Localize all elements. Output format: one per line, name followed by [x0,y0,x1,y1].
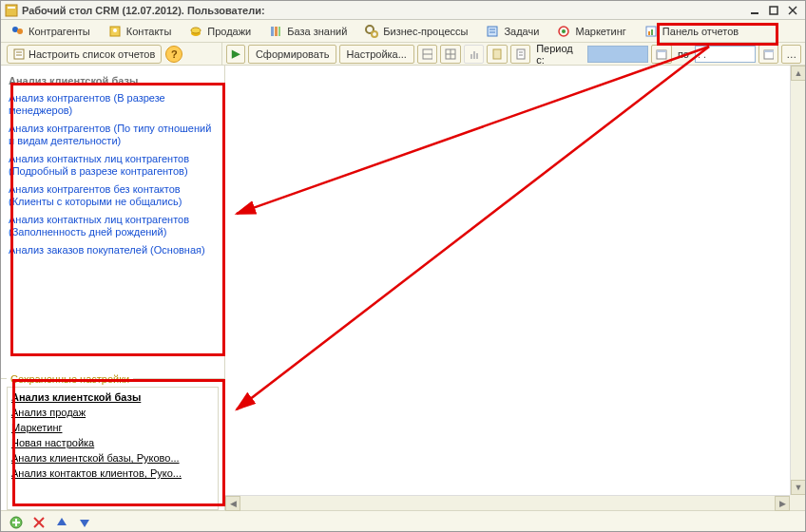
nav-label: Маркетинг [575,26,625,37]
saved-list[interactable]: Анализ клиентской базы Анализ продаж Мар… [7,387,219,510]
nav-label: Продажи [207,26,251,37]
contacts-icon [107,24,123,39]
report-list: Анализ клиентской базы Анализ контрагент… [1,66,224,378]
nav-tasks[interactable]: Задачи [478,22,546,41]
nav-label: Бизнес-процессы [383,26,468,37]
window-title: Рабочий стол CRM (12.07.2012). Пользоват… [22,5,744,16]
svg-rect-36 [493,49,501,59]
report-link[interactable]: Анализ контактных лиц контрагентов (Подр… [9,153,217,178]
scroll-up-icon[interactable]: ▲ [791,66,806,81]
svg-rect-41 [657,50,666,52]
coins-icon [188,24,203,39]
reports-section-title: Анализ клиентской базы [9,75,217,86]
close-button[interactable] [784,4,801,17]
report-link[interactable]: Анализ заказов покупателей (Основная) [9,244,217,256]
table-icon [445,48,456,60]
people-icon [10,24,25,39]
vertical-scrollbar[interactable]: ▲ ▼ [790,66,805,495]
add-button[interactable] [9,515,24,530]
nav-reports[interactable]: Панель отчетов [637,22,745,41]
svg-rect-12 [271,27,274,36]
horizontal-scrollbar[interactable]: ◀ ▶ [225,495,790,510]
svg-rect-13 [275,27,278,36]
move-up-button[interactable] [54,515,69,530]
svg-rect-14 [278,27,280,36]
toolbar-row: Настроить список отчетов ? ▶ Сформироват… [1,43,805,66]
bar-chart-icon [469,48,480,60]
nav-label: Панель отчетов [662,26,739,37]
nav-bizprocess[interactable]: Бизнес-процессы [357,22,474,41]
svg-rect-25 [14,49,24,59]
nav-contacts[interactable]: Контакты [101,22,179,41]
saved-item[interactable]: Анализ клиентской базы [10,390,216,405]
svg-rect-43 [764,50,774,52]
nav-label: Контакты [126,26,172,37]
svg-rect-33 [470,54,472,59]
doc-icon [491,48,503,60]
bottom-actions [1,510,805,532]
svg-rect-0 [6,5,17,16]
scroll-right-icon[interactable]: ▶ [775,496,790,511]
period-to-input[interactable] [695,46,756,63]
help-button[interactable]: ? [165,46,182,63]
configure-button-label: Настроить список отчетов [29,48,155,60]
tool-button-1[interactable] [417,45,438,64]
svg-point-16 [372,31,377,37]
chart-button[interactable] [464,45,485,64]
form-button[interactable]: Сформировать [248,45,336,64]
nav-knowledge[interactable]: База знаний [261,22,354,41]
period-to-label: по [678,48,689,60]
configure-reports-button[interactable]: Настроить список отчетов [7,45,162,64]
svg-rect-24 [651,29,653,35]
svg-point-11 [191,28,201,33]
nav-marketing[interactable]: Маркетинг [549,22,632,41]
report-link[interactable]: Анализ контрагентов (В разрезе менеджеро… [9,92,217,117]
report-link[interactable]: Анализ контрагентов без контактов (Клиен… [9,183,217,208]
main-navbar: Контрагенты Контакты Продажи База знаний… [1,20,805,43]
tool-button-2[interactable] [440,45,461,64]
period-to-picker[interactable] [758,45,779,64]
side-panel: Анализ клиентской базы Анализ контрагент… [1,66,225,510]
report-link[interactable]: Анализ контактных лиц контрагентов (Запо… [9,214,217,238]
period-from-input[interactable] [587,46,648,63]
gears-icon [364,24,379,39]
app-icon [5,4,18,17]
svg-rect-17 [488,27,497,36]
saved-item[interactable]: Анализ контактов клиентов, Руко... [10,466,216,481]
content-area: ▲ ▼ ◀ ▶ [225,66,805,510]
svg-point-9 [113,28,117,32]
period-extra-button[interactable]: … [781,45,801,64]
scroll-down-icon[interactable]: ▼ [791,480,806,495]
scroll-left-icon[interactable]: ◀ [225,496,240,511]
svg-rect-1 [8,7,15,9]
saved-item[interactable]: Маркетинг [10,420,216,435]
saved-item[interactable]: Новая настройка [10,435,216,450]
saved-item[interactable]: Анализ клиентской базы, Руково... [10,450,216,466]
reports-icon [643,24,659,39]
doc2-icon [515,48,527,60]
nav-label: Задачи [504,26,539,37]
maximize-button[interactable] [765,4,782,17]
period-label: Период с: [536,43,582,66]
settings-button[interactable]: Настройка... [339,45,414,64]
nav-contragents[interactable]: Контрагенты [3,22,97,41]
nav-label: База знаний [287,26,347,37]
tool-button-5[interactable] [510,45,531,64]
period-from-picker[interactable] [651,45,672,64]
move-down-button[interactable] [77,515,92,530]
target-icon [556,24,571,39]
calendar-icon [763,48,775,60]
grid-icon [422,48,433,60]
minimize-button[interactable] [746,4,763,17]
calendar-icon [656,48,667,60]
report-link[interactable]: Анализ контрагентов (По типу отношений и… [9,123,217,147]
body: Анализ клиентской базы Анализ контрагент… [1,66,805,510]
run-button[interactable]: ▶ [226,45,245,64]
svg-point-7 [17,28,23,34]
tasks-icon [485,24,500,39]
delete-button[interactable] [31,515,47,530]
saved-item[interactable]: Анализ продаж [10,405,216,420]
nav-sales[interactable]: Продажи [182,22,258,41]
tool-button-4[interactable] [487,45,508,64]
books-icon [268,24,283,39]
